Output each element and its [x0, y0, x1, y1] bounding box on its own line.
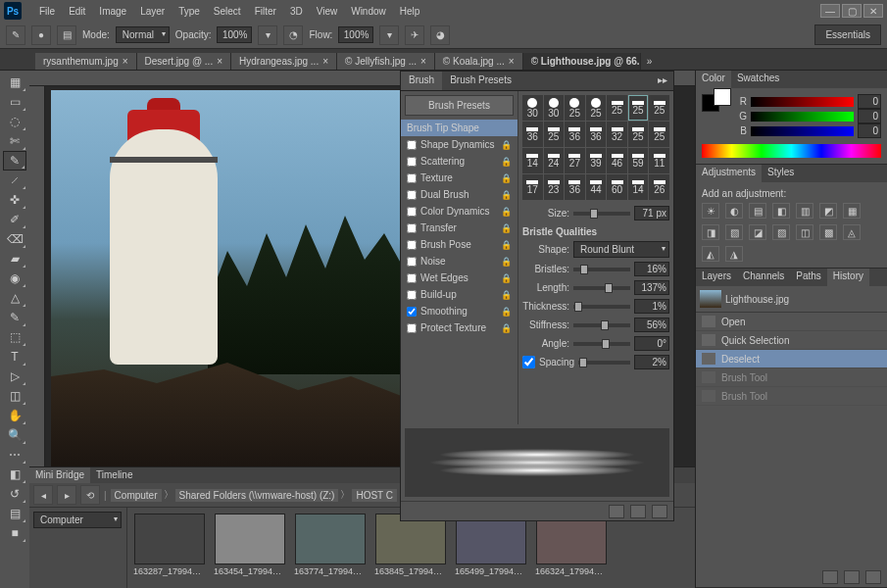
- tool-3[interactable]: ✄: [3, 131, 26, 151]
- tool-18[interactable]: 🔍: [3, 425, 26, 445]
- mb-location-dropdown[interactable]: Computer: [33, 512, 122, 528]
- spacing-checkbox[interactable]: [522, 356, 535, 368]
- brush-section-shape-dynamics[interactable]: Shape Dynamics🔒: [401, 136, 517, 153]
- bridge-thumbnail[interactable]: 163845_179948688...: [374, 514, 447, 582]
- spacing-slider[interactable]: [578, 361, 630, 365]
- workspace-switcher[interactable]: Essentials: [814, 24, 881, 45]
- brush-section-brush-tip-shape[interactable]: Brush Tip Shape: [401, 120, 517, 136]
- brush-tip[interactable]: 32: [607, 122, 627, 147]
- brush-section-smoothing[interactable]: Smoothing🔒: [401, 303, 517, 319]
- brush-tip[interactable]: 25: [586, 95, 607, 121]
- brush-tip[interactable]: 36: [586, 122, 607, 147]
- tab-timeline[interactable]: Timeline: [90, 467, 138, 483]
- blend-mode-dropdown[interactable]: Normal: [116, 26, 170, 43]
- close-icon[interactable]: ×: [420, 56, 426, 67]
- bridge-thumbnail[interactable]: 166324_179948655...: [535, 514, 608, 582]
- document-tab[interactable]: Hydrangeas.jpg ...×: [231, 53, 337, 70]
- size-slider[interactable]: [573, 212, 630, 216]
- brush-section-scattering[interactable]: Scattering🔒: [401, 153, 517, 170]
- brush-tip[interactable]: 25: [565, 95, 585, 121]
- quality-slider[interactable]: [573, 305, 630, 309]
- tab-brush-presets[interactable]: Brush Presets: [442, 72, 519, 90]
- brush-tip[interactable]: 36: [565, 174, 585, 200]
- quality-value[interactable]: 16%: [634, 262, 669, 276]
- quality-slider[interactable]: [573, 286, 630, 290]
- tool-4[interactable]: ✎: [3, 151, 26, 171]
- menu-image[interactable]: Image: [93, 3, 132, 20]
- bridge-thumbnail[interactable]: 163454_179948718...: [214, 514, 286, 582]
- close-icon[interactable]: ×: [322, 56, 328, 67]
- document-tab[interactable]: © Lighthouse.jpg @ 66.7% (RGB/8#)×: [523, 53, 641, 70]
- adjustment-icon[interactable]: ◫: [796, 224, 813, 240]
- tool-11[interactable]: △: [3, 288, 26, 308]
- menu-3d[interactable]: 3D: [284, 3, 309, 20]
- shape-dropdown[interactable]: Round Blunt: [573, 241, 669, 258]
- brush-tip[interactable]: 25: [607, 95, 627, 121]
- opacity-dropdown-icon[interactable]: ▾: [258, 25, 277, 45]
- breadcrumb[interactable]: Shared Folders (\\vmware-host) (Z:): [175, 489, 339, 502]
- trash-icon[interactable]: [652, 505, 667, 518]
- breadcrumb[interactable]: Computer: [111, 489, 162, 502]
- mb-boomerang-icon[interactable]: ⟲: [80, 485, 100, 505]
- tab-history[interactable]: History: [827, 269, 869, 286]
- document-tab[interactable]: rysanthemum.jpg×: [35, 53, 137, 70]
- brush-tip[interactable]: 36: [522, 122, 543, 147]
- adjustment-icon[interactable]: ▤: [749, 203, 766, 219]
- color-value-B[interactable]: 0: [858, 123, 881, 138]
- tab-brush[interactable]: Brush: [401, 72, 442, 90]
- adjustment-icon[interactable]: ▨: [772, 224, 790, 240]
- new-brush-icon[interactable]: [630, 505, 646, 518]
- tab-adjustments[interactable]: Adjustments: [696, 165, 762, 182]
- brush-tip[interactable]: 11: [649, 148, 669, 173]
- tab-channels[interactable]: Channels: [737, 269, 790, 286]
- tab-swatches[interactable]: Swatches: [731, 71, 785, 88]
- pressure-opacity-icon[interactable]: ◔: [283, 25, 303, 45]
- adjustment-icon[interactable]: ☀: [702, 203, 719, 219]
- tool-14[interactable]: T: [3, 347, 26, 367]
- menu-select[interactable]: Select: [208, 3, 247, 20]
- quality-value[interactable]: 56%: [634, 318, 669, 332]
- color-value-G[interactable]: 0: [858, 109, 881, 123]
- bridge-thumbnail[interactable]: 165499_179948079...: [455, 514, 527, 582]
- new-doc-from-state-icon[interactable]: [822, 570, 838, 584]
- brush-tip[interactable]: 25: [649, 95, 669, 121]
- menu-view[interactable]: View: [311, 3, 344, 20]
- maximize-button[interactable]: ▢: [842, 4, 862, 18]
- menu-type[interactable]: Type: [172, 3, 206, 20]
- history-state[interactable]: Quick Selection: [696, 331, 887, 350]
- brush-tip[interactable]: 25: [628, 122, 649, 147]
- brush-tip[interactable]: 30: [522, 95, 543, 121]
- tool-22[interactable]: ▤: [3, 504, 26, 523]
- brush-tip[interactable]: 39: [586, 148, 607, 173]
- new-snapshot-icon[interactable]: [844, 570, 860, 584]
- brush-section-protect-texture[interactable]: Protect Texture🔒: [401, 319, 517, 336]
- tool-2[interactable]: ◌: [3, 112, 26, 131]
- mb-forward-icon[interactable]: ▸: [57, 485, 76, 505]
- history-state[interactable]: Brush Tool: [696, 368, 887, 387]
- close-icon[interactable]: ×: [217, 56, 222, 67]
- quality-value[interactable]: 0°: [634, 336, 669, 351]
- adjustment-icon[interactable]: ▧: [725, 224, 743, 240]
- adjustment-icon[interactable]: ◬: [843, 224, 861, 240]
- adjustment-icon[interactable]: ◭: [702, 246, 719, 262]
- tab-mini-bridge[interactable]: Mini Bridge: [29, 467, 90, 483]
- brush-section-transfer[interactable]: Transfer🔒: [401, 220, 517, 236]
- menu-layer[interactable]: Layer: [134, 3, 171, 20]
- document-tab[interactable]: Desert.jpg @ ...×: [137, 53, 231, 70]
- tool-12[interactable]: ✎: [3, 308, 26, 327]
- size-value[interactable]: 71 px: [634, 206, 669, 220]
- brush-tip[interactable]: 60: [607, 174, 627, 200]
- adjustment-icon[interactable]: ◐: [725, 203, 743, 219]
- menu-file[interactable]: File: [33, 3, 61, 20]
- document-tab[interactable]: © Koala.jpg ...×: [435, 53, 523, 70]
- panel-menu-icon[interactable]: ▸▸: [652, 72, 673, 90]
- menu-window[interactable]: Window: [345, 3, 392, 20]
- brush-tip[interactable]: 27: [565, 148, 585, 173]
- tool-23[interactable]: ■: [3, 523, 26, 543]
- menu-help[interactable]: Help: [394, 3, 426, 20]
- brush-section-brush-pose[interactable]: Brush Pose🔒: [401, 236, 517, 253]
- fg-bg-swatches[interactable]: [702, 94, 731, 138]
- brush-section-texture[interactable]: Texture🔒: [401, 170, 517, 186]
- adjustment-icon[interactable]: ▦: [843, 203, 861, 219]
- color-slider-R[interactable]: [751, 97, 854, 107]
